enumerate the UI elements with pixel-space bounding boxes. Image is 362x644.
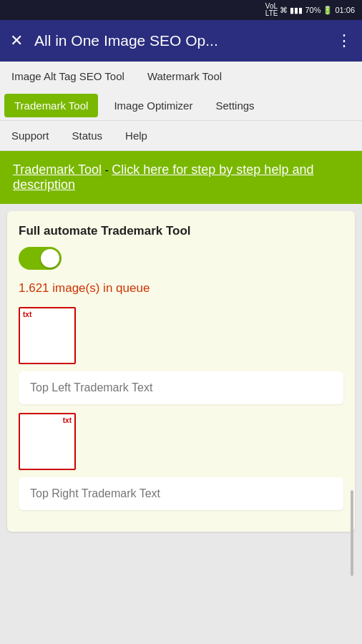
nav-row-1: Image Alt Tag SEO Tool Watermark Tool bbox=[0, 62, 362, 91]
top-right-image-box[interactable]: txt bbox=[19, 413, 76, 470]
wifi-icon: ⌘ bbox=[280, 6, 288, 15]
help-banner-link[interactable]: Trademark Tool bbox=[13, 162, 102, 177]
scroll-indicator bbox=[351, 490, 353, 576]
toggle-container bbox=[19, 247, 343, 270]
top-left-trademark-input[interactable] bbox=[19, 371, 343, 404]
tab-image-alt-tag[interactable]: Image Alt Tag SEO Tool bbox=[0, 62, 136, 91]
tab-watermark[interactable]: Watermark Tool bbox=[136, 62, 233, 91]
battery-percent: 70% bbox=[305, 6, 321, 14]
toggle-thumb bbox=[41, 249, 59, 268]
top-right-trademark-input[interactable] bbox=[19, 477, 343, 510]
card-title: Full automate Trademark Tool bbox=[19, 224, 343, 238]
nav-tabs: Image Alt Tag SEO Tool Watermark Tool Tr… bbox=[0, 62, 362, 151]
status-icons: VoLLTE ⌘ ▮▮▮ 70% 🔋 01:06 bbox=[265, 3, 355, 17]
menu-button[interactable]: ⋮ bbox=[336, 31, 352, 50]
tab-help[interactable]: Help bbox=[114, 121, 159, 150]
top-left-image-box[interactable]: txt bbox=[19, 307, 76, 364]
time: 01:06 bbox=[335, 6, 355, 14]
trademark-tool-card: Full automate Trademark Tool 1.621 image… bbox=[7, 211, 355, 532]
top-right-image-container: txt bbox=[19, 413, 343, 470]
top-right-box-label: txt bbox=[63, 416, 72, 424]
tab-image-optimizer[interactable]: Image Optimizer bbox=[102, 91, 204, 120]
tab-support[interactable]: Support bbox=[0, 121, 61, 150]
top-left-image-container: txt bbox=[19, 307, 343, 364]
queue-count: 1.621 image(s) in queue bbox=[19, 281, 343, 296]
tab-settings[interactable]: Settings bbox=[204, 91, 265, 120]
help-banner: Trademark Tool - Click here for step by … bbox=[0, 151, 362, 204]
header-title: All in One Image SEO Op... bbox=[34, 32, 325, 49]
close-button[interactable]: ✕ bbox=[10, 33, 23, 49]
battery-icon: 🔋 bbox=[323, 6, 333, 15]
top-left-box-label: txt bbox=[23, 311, 31, 318]
vol-lte-icon: VoLLTE bbox=[265, 3, 278, 17]
help-banner-separator: - bbox=[102, 164, 112, 176]
tab-status[interactable]: Status bbox=[61, 121, 114, 150]
signal-icon: ▮▮▮ bbox=[290, 6, 303, 15]
app-header: ✕ All in One Image SEO Op... ⋮ bbox=[0, 20, 362, 62]
tab-trademark[interactable]: Trademark Tool bbox=[4, 94, 98, 117]
nav-row-2: Trademark Tool Image Optimizer Settings bbox=[0, 91, 362, 120]
nav-row-3: Support Status Help bbox=[0, 120, 362, 150]
status-bar: VoLLTE ⌘ ▮▮▮ 70% 🔋 01:06 bbox=[0, 0, 362, 20]
toggle-track bbox=[19, 247, 62, 270]
automate-toggle[interactable] bbox=[19, 247, 62, 270]
